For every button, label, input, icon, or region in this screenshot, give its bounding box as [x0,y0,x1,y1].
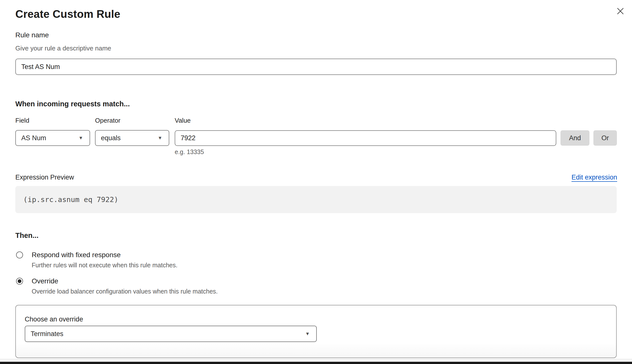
expression-preview-code: (ip.src.asnum eq 7922) [15,195,118,204]
and-button[interactable]: And [560,130,589,146]
rule-name-label: Rule name [15,31,49,39]
background-page-strip [0,362,632,364]
modal-bottom-edge [0,358,632,362]
choose-override-label: Choose an override [25,316,83,323]
field-label: Field [15,117,29,124]
match-heading: When incoming requests match... [15,100,130,108]
value-input[interactable] [175,130,556,146]
radio-override-description: Override load balancer configuration val… [32,288,218,295]
close-button[interactable] [616,7,624,15]
chevron-down-icon: ▼ [305,331,310,336]
expression-preview-label: Expression Preview [15,174,74,181]
override-select-value: Terminates [31,330,63,338]
radio-respond-fixed-response[interactable] [16,252,23,258]
rule-name-helper: Give your rule a descriptive name [15,44,111,52]
chevron-down-icon: ▼ [79,135,83,141]
field-select[interactable]: AS Num ▼ [15,130,90,146]
or-button[interactable]: Or [593,130,617,146]
dialog-title: Create Custom Rule [15,8,120,20]
operator-label: Operator [95,117,121,124]
radio-override[interactable] [16,278,23,284]
override-select[interactable]: Terminates ▼ [25,326,317,342]
then-heading: Then... [15,232,38,240]
close-icon [616,7,624,15]
create-custom-rule-dialog: Create Custom Rule Rule name Give your r… [0,0,632,364]
rule-name-input[interactable] [15,58,617,75]
operator-select[interactable]: equals ▼ [95,130,169,146]
expression-preview-box: (ip.src.asnum eq 7922) [15,186,617,213]
chevron-down-icon: ▼ [158,135,162,141]
operator-select-value: equals [101,134,121,142]
edit-expression-link[interactable]: Edit expression [571,174,617,181]
radio-respond-label[interactable]: Respond with fixed response [32,251,121,259]
radio-override-label[interactable]: Override [32,277,58,285]
value-label: Value [175,117,191,124]
radio-respond-description: Further rules will not execute when this… [32,262,177,269]
value-hint: e.g. 13335 [175,148,204,156]
field-select-value: AS Num [21,134,46,142]
